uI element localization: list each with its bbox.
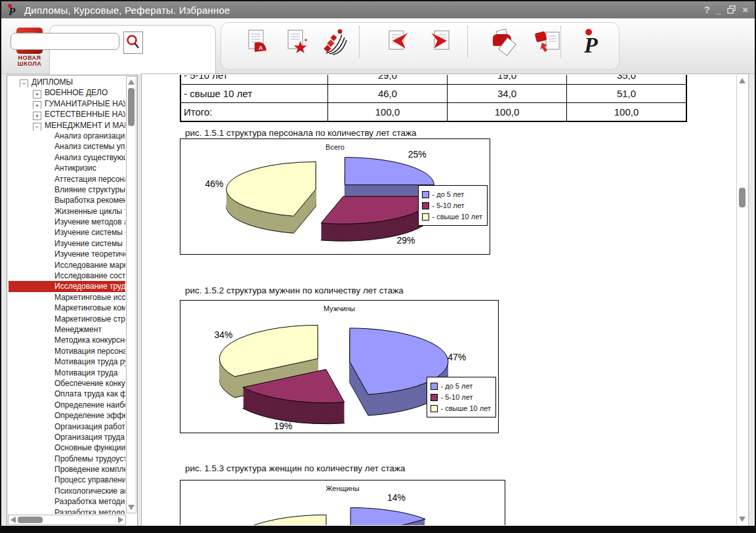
forward-icon (427, 28, 455, 56)
tree-item[interactable]: Определение эффект (9, 410, 125, 421)
pie-legend: - до 5 лет- 5-10 лет- свыше 10 лет (427, 377, 496, 417)
tree-item[interactable]: Определение наиболе (9, 400, 125, 410)
table-row: Итого:100,0100,0100,0 (180, 103, 686, 122)
toolbar-separator (560, 26, 561, 58)
tree-item[interactable]: Оплата труда как фак (9, 389, 125, 399)
tree-item[interactable]: Исследование состоя (9, 270, 125, 281)
tree-item[interactable]: Проведение комплек (9, 464, 125, 475)
tree-item[interactable]: Разработка методоло (9, 507, 125, 514)
legend-label: - свыше 10 лет (432, 213, 482, 221)
tree-scrollbar-thumb[interactable] (128, 88, 135, 126)
tree-item[interactable]: Маркетинговые страт (9, 314, 125, 324)
table-label-cell: - свыше 10 лет (180, 85, 328, 103)
pie-figure-women: 14%51%35%Женщины- до 5 лет- 5-10 лет- св… (180, 480, 505, 525)
table-value-cell: 51,0 (567, 85, 687, 103)
tree-category[interactable]: +ЕСТЕСТВЕННЫЕ НАУКИ (9, 109, 125, 119)
expand-icon[interactable]: + (33, 101, 41, 109)
tree-category[interactable]: +ГУМАНИТАРНЫЕ НАУКИ (9, 98, 125, 109)
tree-hscrollbar-thumb[interactable] (18, 517, 43, 523)
scroll-left-icon[interactable] (10, 517, 16, 523)
tree-item-label: Выработка рекоменд (54, 196, 125, 205)
tree-item[interactable]: Основные функции м (9, 442, 125, 453)
catalog-fan-button[interactable] (322, 28, 350, 56)
document-language-button[interactable]: A (244, 28, 273, 56)
tree-item[interactable]: Процесс управления (9, 475, 125, 485)
document-scrollbar-thumb[interactable] (739, 188, 746, 207)
tree-item[interactable]: Менеджмент (9, 324, 125, 335)
table-row: - 5-10 лет29,019,035,0 (180, 75, 686, 85)
minimize-button[interactable]: _ (716, 5, 721, 14)
legend-label: - свыше 10 лет (441, 404, 491, 412)
data-table: - 5-10 лет29,019,035,0- свыше 10 лет46,0… (180, 75, 687, 122)
svg-text:Р: Р (8, 5, 16, 16)
collapse-icon[interactable]: − (20, 79, 28, 87)
tree-item[interactable]: Анализ системы упра (9, 141, 125, 152)
tree-item[interactable]: Исследование трудов (9, 281, 125, 291)
tree-item[interactable]: Изучение системы оп (9, 227, 125, 238)
tree-item[interactable]: Организация работы (9, 421, 125, 432)
tree-item[interactable]: Выработка рекоменд (9, 195, 125, 205)
help-button[interactable]: ? (704, 5, 710, 14)
tree-item-label: Изучение системы оп (54, 228, 125, 237)
tree-item[interactable]: Анализ существующе (9, 152, 125, 163)
expand-icon[interactable]: + (33, 112, 41, 119)
forward-button[interactable] (427, 28, 455, 56)
tree-item[interactable]: Анализ организации (9, 131, 125, 141)
tree-item[interactable]: Организация труда пе (9, 432, 125, 442)
scroll-up-icon[interactable] (128, 79, 135, 85)
tree-item[interactable]: Аттестация персонал (9, 174, 125, 184)
expand-icon[interactable]: + (33, 90, 41, 98)
pie-percent-label: 19% (274, 421, 293, 431)
pie-title: Мужчины (180, 305, 498, 312)
print-icon (490, 28, 519, 56)
print-button[interactable] (490, 28, 519, 56)
collapse-icon[interactable]: − (33, 123, 41, 131)
tree-item[interactable]: Мотивация персонала (9, 346, 125, 356)
tree-item-label: Изучение методов ан (54, 217, 125, 226)
tree-item[interactable]: Антикризис (9, 163, 125, 173)
figure-caption-3: рис. 1.5.3 структура женщин по количеств… (185, 463, 406, 473)
tree-item[interactable]: Мотивация труда рук (9, 356, 125, 367)
scroll-up-icon[interactable] (739, 78, 746, 83)
restore-button[interactable] (727, 5, 736, 15)
tree-item[interactable]: Маркетинговые комм (9, 303, 125, 313)
search-button[interactable] (123, 32, 143, 54)
tree-item-label: МЕНЕДЖМЕНТ И МАРКЕ (45, 121, 125, 130)
scroll-right-icon[interactable] (118, 517, 123, 523)
scroll-down-icon[interactable] (128, 505, 135, 510)
titlebar: Р Дипломы, Курсовые, Рефераты. Избранное… (1, 1, 755, 18)
tree-item[interactable]: Разработка методики (9, 496, 125, 507)
document-favorite-button[interactable]: ★ (284, 28, 312, 56)
document-vertical-scrollbar[interactable] (736, 75, 747, 525)
tree-item[interactable]: Жизненные циклы то (9, 206, 125, 217)
tree-item-label: Обеспечение конкуре (54, 379, 125, 388)
tree-item[interactable]: Методика конкурсног (9, 335, 125, 345)
search-input[interactable] (10, 33, 119, 50)
window-bottom-edge (0, 526, 756, 533)
tree-category[interactable]: +ВОЕННОЕ ДЕЛО (9, 87, 125, 98)
tree-item-label: Мотивация труда (54, 368, 117, 377)
pie-title: Всего (180, 143, 490, 151)
tree-item[interactable]: Обеспечение конкуре (9, 378, 125, 389)
tree-category[interactable]: −МЕНЕДЖМЕНТ И МАРКЕ (9, 120, 125, 131)
scroll-down-icon[interactable] (739, 517, 746, 522)
tree-item[interactable]: Изучение методов ан (9, 217, 125, 227)
back-icon (384, 28, 413, 56)
tree-root-diplomy[interactable]: −ДИПЛОМЫ (9, 77, 125, 87)
back-button[interactable] (384, 28, 413, 56)
brand-p-button[interactable]: Р (578, 28, 606, 56)
tree-item[interactable]: Маркетинговые иссл (9, 292, 125, 303)
tree-item[interactable]: Изучение теоретичес (9, 249, 125, 259)
tree-horizontal-scrollbar[interactable] (8, 515, 126, 525)
table-value-cell: 100,0 (567, 103, 687, 122)
tree-item[interactable]: Проблемы трудоустро (9, 454, 125, 464)
export-button[interactable] (533, 28, 562, 56)
tree-item[interactable]: Мотивация труда (9, 368, 125, 378)
tree-item[interactable]: Влияние структуры и (9, 184, 125, 195)
tree-item[interactable]: Исследование марке (9, 260, 125, 270)
tree-vertical-scrollbar[interactable] (126, 76, 136, 513)
tree-item-label: ГУМАНИТАРНЫЕ НАУКИ (45, 99, 125, 108)
tree-item[interactable]: Психологические асп (9, 486, 125, 496)
tree-item[interactable]: Изучение системы Па (9, 238, 125, 249)
close-button[interactable]: × (742, 5, 748, 14)
